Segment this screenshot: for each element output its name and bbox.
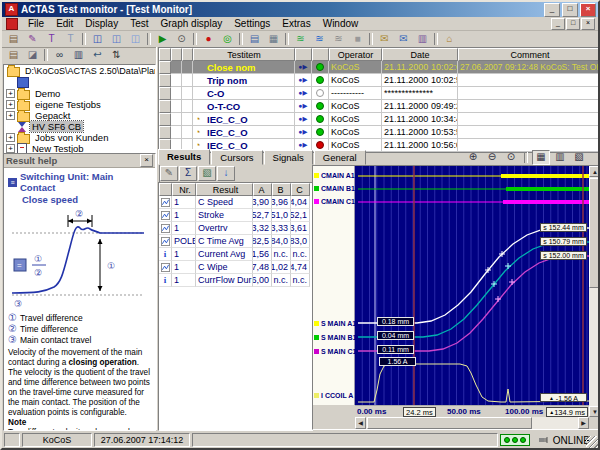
run-test-button[interactable]: ●▶ <box>295 87 312 100</box>
mdi-child-icon[interactable] <box>6 18 18 30</box>
preview-test-button[interactable]: ⊙ <box>172 31 191 47</box>
export-results-button[interactable]: ↓ <box>217 166 235 181</box>
operator-column-header[interactable]: Operator <box>329 48 382 61</box>
archive-job-button[interactable]: ◫ <box>126 31 145 47</box>
tree-item-eigene-testjobs[interactable]: + eigene Testjobs <box>4 99 155 110</box>
tree-item-demo[interactable]: + Demo <box>4 88 155 99</box>
menu-edit[interactable]: Edit <box>50 18 79 29</box>
row-selector[interactable] <box>159 100 171 113</box>
start-test-button[interactable]: ▶ <box>153 31 172 47</box>
result-row[interactable]: i POLE C Time Avg 82,5 84,0 83,0 <box>159 235 312 248</box>
tab-signals[interactable]: Signals <box>264 150 313 165</box>
find-button[interactable]: ∞ <box>50 47 69 63</box>
tab-cursors[interactable]: Cursors <box>211 150 262 165</box>
signal-label-cmain-a1[interactable]: CMAIN A1 <box>314 171 355 180</box>
a-column-header[interactable]: A <box>253 183 272 196</box>
resize-grip[interactable] <box>586 436 598 448</box>
comment-column-header[interactable]: Comment <box>458 48 600 61</box>
graph-display-1-button[interactable]: ≋ <box>291 31 310 47</box>
run-test-button[interactable]: ●▶ <box>295 113 312 126</box>
test-row[interactable]: ◔IEC_C_O ●▶ KoCoS 21.11.2000 10:34:40 <box>159 113 600 126</box>
menu-settings[interactable]: Settings <box>228 18 276 29</box>
up-level-button[interactable]: ↩ <box>88 47 107 63</box>
run-test-button[interactable]: ●▶ <box>295 61 312 74</box>
menu-file[interactable]: File <box>22 18 50 29</box>
signal-label-s-main-c1[interactable]: S MAIN C1 <box>314 347 356 356</box>
signal-label-i-ccoil-a[interactable]: I CCOIL A <box>314 391 353 400</box>
result-row[interactable]: i 1 C Wipe 47,48 41,02 44,74 <box>159 261 312 274</box>
oscillogram-plot[interactable]: 0.18 mm 0.04 mm 0.11 mm 1.56 A s 152.44 … <box>355 166 589 405</box>
test-row[interactable]: ◔IEC_C_O ●▶ KoCoS 21.11.2000 10:53:53 <box>159 126 600 139</box>
expander-icon[interactable]: + <box>6 89 15 98</box>
tree-item-gepackt[interactable]: + Gepackt <box>4 110 155 121</box>
menu-window[interactable]: Window <box>317 18 365 29</box>
test-row[interactable]: Trip nom ●▶ KoCoS 21.11.2000 10:02:55 <box>159 74 600 87</box>
child-restore-button[interactable]: □ <box>566 18 580 30</box>
zoom-window-button[interactable]: ▧ <box>570 150 588 165</box>
signal-label-s-main-b1[interactable]: S MAIN B1 <box>314 333 356 342</box>
row-selector[interactable] <box>159 87 171 100</box>
result-row[interactable]: i 1 C Speed 3,90 3,96 4,04 <box>159 196 312 209</box>
row-selector[interactable] <box>159 126 171 139</box>
tab-results[interactable]: Results <box>158 149 210 165</box>
cursor2-time-box[interactable]: ▲134.9 ms <box>546 407 588 417</box>
test-row[interactable]: Close nom ●▶ KoCoS 21.11.2000 10:02:05 2… <box>159 61 600 74</box>
tree-item[interactable] <box>4 77 155 88</box>
test-row[interactable]: C-O ●▶ ----------- ************** <box>159 87 600 100</box>
zoom-out-button[interactable]: ⊖ <box>483 150 501 165</box>
horizontal-scrollbar[interactable]: ◀ ▶ <box>355 417 589 429</box>
exit-button[interactable]: ⌂ <box>440 31 459 47</box>
signal-label-cmain-c1[interactable]: CMAIN C1 <box>314 197 355 206</box>
plant-tree[interactable]: D:\KoCoS\ACTAS 2.50\Data\Plants\ + Demo … <box>3 64 156 158</box>
date-column-header[interactable]: Date <box>382 48 458 61</box>
tree-item-jobs-von-kunden[interactable]: + Jobs von Kunden <box>4 132 155 143</box>
stop-button[interactable]: ■ <box>348 31 367 47</box>
child-close-button[interactable]: × <box>581 18 595 30</box>
assessment-graph-button[interactable]: ▧ <box>198 166 216 181</box>
menu-extras[interactable]: Extras <box>276 18 316 29</box>
expander-icon[interactable]: + <box>6 111 15 120</box>
graph-edit-button[interactable]: ≋ <box>329 31 348 47</box>
expander-icon[interactable]: + <box>6 144 15 153</box>
device-online-button[interactable]: ◎ <box>218 31 237 47</box>
row-selector[interactable] <box>159 74 171 87</box>
minimize-button[interactable]: _ <box>544 3 560 17</box>
edit-results-button[interactable]: ✎ <box>160 166 178 181</box>
run-test-button[interactable]: ●▶ <box>295 74 312 87</box>
tree-item-hv-sf6-cb[interactable]: HV SF6 CB <box>4 121 155 132</box>
signal-list-button[interactable]: ▥ <box>551 150 569 165</box>
signal-label-cmain-b1[interactable]: CMAIN B1 <box>314 184 355 193</box>
expander-icon[interactable]: + <box>6 133 15 142</box>
c-column-header[interactable]: C <box>291 183 310 196</box>
tab-general[interactable]: General <box>314 150 366 165</box>
edit-plant-button[interactable]: ✎ <box>23 31 42 47</box>
result-row[interactable]: i 1 Current Avg 1,56 n.c. n.c. <box>159 248 312 261</box>
report-button[interactable]: ▤ <box>245 31 264 47</box>
run-test-button[interactable]: ●▶ <box>295 126 312 139</box>
expander-icon[interactable]: + <box>6 100 15 109</box>
menu-display[interactable]: Display <box>79 18 124 29</box>
sync-mail-button[interactable]: ✉ <box>394 31 413 47</box>
help-close-button[interactable]: × <box>140 154 153 167</box>
grid-toggle-button[interactable]: ▦ <box>532 150 550 165</box>
nr-column-header[interactable]: Nr. <box>172 183 196 196</box>
row-selector[interactable] <box>159 113 171 126</box>
tree-root-item[interactable]: D:\KoCoS\ACTAS 2.50\Data\Plants\ <box>4 65 155 77</box>
child-minimize-button[interactable]: _ <box>551 18 565 30</box>
b-column-header[interactable]: B <box>272 183 291 196</box>
result-row[interactable]: i 1 CurrFlow Dur 76,00 n.c. n.c. <box>159 274 312 287</box>
test-row[interactable]: O-T-CO ●▶ KoCoS 21.11.2000 09:49:24 <box>159 100 600 113</box>
print-button[interactable]: ▦ <box>264 31 283 47</box>
testitem-column-header[interactable]: Testitem <box>193 48 295 61</box>
vertical-scrollbar[interactable]: ▲ ▼ <box>589 166 600 417</box>
row-selector[interactable] <box>159 61 171 74</box>
result-column-header[interactable]: Result <box>196 183 253 196</box>
zoom-in-button[interactable]: ⊕ <box>464 150 482 165</box>
result-row[interactable]: i 1 Stroke 152,7 151,0 152,1 <box>159 209 312 222</box>
properties-button[interactable]: ▥ <box>69 47 88 63</box>
remote-monitor-button[interactable]: ▥ <box>413 31 432 47</box>
close-button[interactable]: × <box>580 3 596 17</box>
open-plant-button[interactable]: ▤ <box>4 31 23 47</box>
menu-graph-display[interactable]: Graph display <box>155 18 229 29</box>
cursor1-time-box[interactable]: 24.2 ms <box>403 407 436 417</box>
